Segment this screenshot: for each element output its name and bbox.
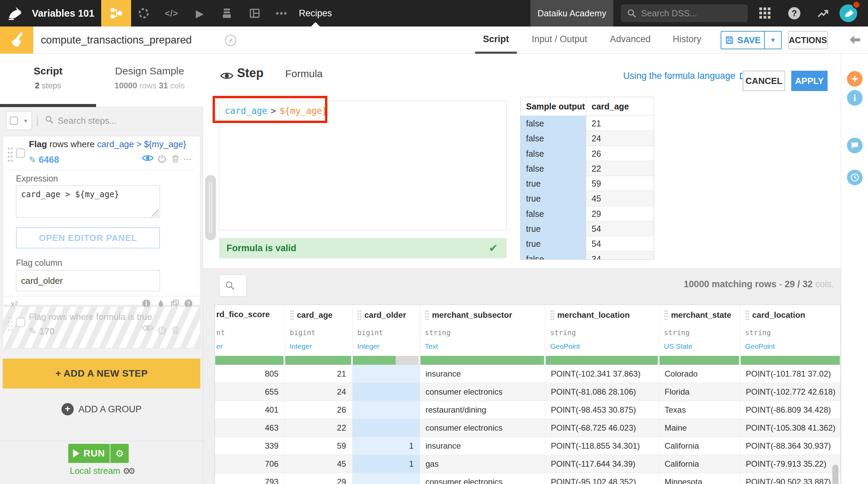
search-icon — [225, 280, 235, 291]
dataset-table-row: 706451gasPOINT(-117.644 34.39)California… — [215, 455, 840, 473]
panel-resize-grip[interactable] — [205, 175, 216, 240]
tab-history[interactable]: History — [666, 27, 708, 52]
apply-button[interactable]: APPLY — [791, 71, 828, 91]
sidebar-tab-design-sample[interactable]: Design Sample 10000 rows 31 cols — [96, 54, 203, 107]
column-header-card_age[interactable]: card_agebigintInteger — [285, 305, 352, 365]
column-header-merchant_location[interactable]: merchant_locationstringGeoPoint — [545, 305, 659, 365]
dashboard-icon[interactable] — [246, 0, 263, 27]
flag-column-input[interactable]: card_older — [16, 270, 160, 291]
discussions-chat-icon[interactable] — [847, 138, 863, 153]
step-card-flag-1[interactable]: Flag rows where card_age > ${my_age} ✎64… — [3, 136, 200, 305]
sample-table-row: true59 — [521, 176, 654, 191]
add-new-step-button[interactable]: + ADD A NEW STEP — [3, 359, 200, 388]
tab-script[interactable]: Script — [475, 27, 517, 52]
search-steps-icon — [45, 115, 54, 125]
add-plus-icon[interactable] — [847, 71, 863, 87]
column-header-card_older[interactable]: card_olderbigintInteger — [352, 305, 420, 365]
step-title: Flag rows where card_age > ${my_age} — [29, 139, 195, 150]
column-drag-handle-icon[interactable] — [357, 310, 362, 321]
column-meaning[interactable]: er — [215, 342, 223, 350]
dataset-cell: POINT(-102.341 37.863) — [545, 365, 659, 383]
resize-handle[interactable] — [151, 209, 159, 217]
open-editor-panel-button[interactable]: OPEN EDITOR PANEL — [16, 227, 160, 248]
column-header-rd_fico_score[interactable]: rd_fico_scorenter — [215, 305, 285, 365]
step-preview-eye-icon[interactable] — [142, 154, 154, 163]
formula-doc-link[interactable]: Using the formula language — [623, 71, 748, 81]
column-meaning[interactable]: US State — [659, 342, 692, 350]
column-header-merchant_subsector[interactable]: merchant_subsectorstringText — [420, 305, 545, 365]
project-name[interactable]: Variables 101 — [32, 0, 94, 27]
more-menu-icon[interactable]: ••• — [273, 0, 290, 27]
tab-advanced[interactable]: Advanced — [607, 27, 653, 52]
collapse-back-icon[interactable] — [848, 33, 862, 48]
step-disable-power-icon[interactable] — [157, 154, 167, 165]
code-icon[interactable]: </> — [163, 0, 180, 27]
timeline-clock-icon[interactable] — [847, 170, 863, 185]
select-all-checkbox[interactable] — [10, 117, 18, 125]
sample-col-header[interactable]: card_age — [586, 97, 654, 116]
help-icon[interactable]: ? — [786, 0, 803, 27]
details-info-icon[interactable]: i — [847, 90, 863, 106]
column-meaning[interactable]: Integer — [285, 342, 312, 350]
step-card-flag-2-disabled[interactable]: Flag rows where formula is true ✎170 — [3, 307, 200, 348]
jobs-stack-icon[interactable] — [218, 0, 235, 27]
column-drag-handle-icon[interactable] — [290, 310, 294, 321]
navigator-icon[interactable] — [224, 34, 237, 48]
column-drag-handle-icon[interactable] — [550, 310, 555, 321]
column-header-merchant_state[interactable]: merchant_statestringUS State — [659, 305, 740, 365]
dataset-cell: consumer electronics — [420, 383, 545, 401]
column-name: merchant_state — [671, 310, 731, 320]
sample-col-header[interactable]: Sample output — [521, 97, 586, 116]
column-drag-handle-icon[interactable] — [425, 310, 429, 321]
column-drag-handle-icon[interactable] — [664, 310, 668, 321]
dataiku-logo-icon[interactable] — [4, 3, 24, 23]
dataset-cell: 24 — [285, 383, 352, 401]
step-more-icon[interactable]: ••• — [184, 156, 192, 163]
gears-icon: ⚙⚙ — [123, 466, 133, 476]
column-meaning[interactable]: Integer — [352, 342, 379, 350]
card-age-cell: 21 — [586, 116, 654, 131]
sidebar-active-tab-underline — [0, 104, 96, 107]
search-steps-input[interactable]: Search steps... — [58, 111, 116, 130]
run-jobs-icon[interactable]: ▶ — [191, 0, 208, 27]
add-group-button[interactable]: + ADD A GROUP — [0, 400, 203, 419]
vertical-scrollbar[interactable] — [832, 465, 838, 484]
drag-handle-icon[interactable] — [7, 316, 13, 331]
engine-selector[interactable]: Local stream ⚙⚙ — [0, 466, 203, 476]
cancel-button[interactable]: CANCEL — [743, 71, 785, 91]
step-delete-trash-icon[interactable] — [171, 325, 180, 336]
step-checkbox[interactable] — [16, 318, 25, 327]
run-button[interactable]: RUN — [68, 444, 110, 463]
dss-search-input[interactable]: Search DSS... — [621, 4, 748, 22]
academy-tab[interactable]: Dataiku Academy — [530, 0, 613, 27]
step-delete-trash-icon[interactable] — [171, 154, 180, 165]
save-button[interactable]: SAVE — [721, 32, 764, 49]
column-header-card_location[interactable]: card_locationstringGeoPoint — [740, 305, 841, 365]
expression-textarea[interactable]: card_age > ${my_age} — [16, 185, 160, 218]
actions-button[interactable]: ACTIONS — [788, 31, 828, 49]
column-drag-handle-icon[interactable] — [745, 310, 749, 321]
apps-grid-icon[interactable] — [757, 0, 774, 27]
save-dropdown-button[interactable]: ▼ — [764, 32, 781, 49]
dataset-cell: 655 — [215, 383, 285, 401]
column-meaning[interactable]: Text — [420, 342, 438, 350]
current-page-label: Recipes — [299, 0, 332, 27]
step-checkbox[interactable] — [16, 149, 25, 158]
run-settings-gear-icon[interactable]: ⚙ — [110, 444, 129, 463]
column-meaning[interactable]: GeoPoint — [740, 342, 775, 350]
table-search-button[interactable] — [219, 274, 247, 297]
dataset-cell: 59 — [285, 437, 352, 455]
sidebar-tab-script[interactable]: Script 2 steps — [0, 54, 96, 107]
dataset-table-row: 46322consumer electronicsPOINT(-68.725 4… — [215, 419, 840, 437]
flow-nav-tile[interactable] — [101, 0, 131, 27]
step-disable-power-icon[interactable] — [157, 325, 167, 336]
lab-icon[interactable] — [135, 0, 152, 27]
tab-input-output[interactable]: Input / Output — [525, 27, 594, 52]
step-preview-eye-icon[interactable] — [142, 324, 154, 333]
drag-handle-icon[interactable] — [7, 146, 13, 162]
dataset-table-row: 79329consumer electronicsPOINT(-95.102 4… — [215, 473, 840, 484]
column-meaning[interactable]: GeoPoint — [545, 342, 580, 350]
card-age-cell: 34 — [586, 252, 654, 260]
trend-icon[interactable] — [814, 0, 831, 27]
select-steps-dropdown[interactable]: ▼ — [6, 111, 32, 130]
